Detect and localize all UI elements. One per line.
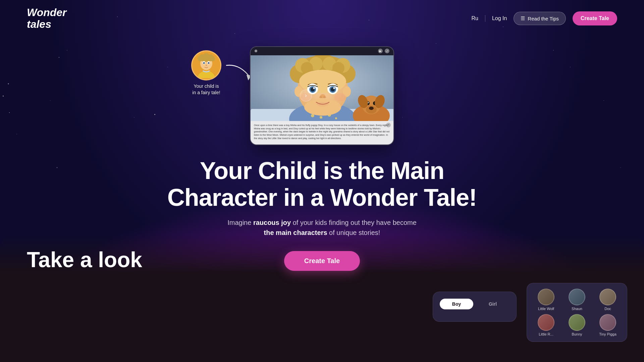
arrow-indicator (223, 62, 253, 83)
char-avatar-shaun (569, 289, 585, 305)
svg-point-50 (323, 96, 326, 98)
svg-point-26 (304, 99, 341, 116)
tips-icon: ☰ (521, 15, 525, 21)
char-avatar-tiny-pigga (599, 314, 616, 331)
tablet-frame: ▶ ⤢ (250, 46, 394, 145)
tablet-controls: ▶ ⤢ (378, 49, 389, 53)
nav-right: Ru Log In ☰ Read the Tips Create Tale (471, 11, 617, 25)
svg-point-7 (204, 53, 209, 58)
carousel-next-button[interactable]: › (300, 89, 312, 102)
tablet-close-btn[interactable]: ✕ (386, 123, 391, 127)
character-selector: Boy Girl (433, 292, 517, 322)
list-item[interactable]: Doc (594, 289, 622, 311)
create-tale-hero-button[interactable]: Create Tale (284, 251, 360, 271)
char-name-wolf: Little Wolf (538, 307, 554, 311)
svg-point-47 (333, 87, 335, 89)
arrow-svg (223, 62, 253, 82)
illustration-area: Your child is in a fairy tale! ‹ ▶ ⤢ (171, 44, 473, 147)
portrait-svg (251, 55, 393, 121)
read-tips-button[interactable]: ☰ Read the Tips (514, 12, 566, 25)
svg-point-53 (317, 102, 329, 107)
char-name-little-r: Little R... (539, 332, 553, 336)
nav-divider (485, 15, 485, 22)
svg-point-5 (199, 54, 204, 59)
navigation: Wonder tales Ru Log In ☰ Read the Tips C… (0, 0, 644, 37)
child-avatar-circle (191, 50, 221, 80)
list-item[interactable]: Little Wolf (532, 289, 560, 311)
tablet-top-bar: ▶ ⤢ (251, 47, 393, 55)
character-tabs: Boy Girl (440, 299, 509, 309)
characters-grid: Little Wolf Shaun Doc Little R... Bunny … (532, 289, 622, 336)
svg-point-11 (208, 62, 210, 64)
svg-point-13 (209, 62, 209, 63)
tablet-control-play[interactable]: ▶ (378, 49, 383, 53)
hero-heading: Your Child is the Main Character in a Wo… (167, 158, 477, 210)
language-switcher[interactable]: Ru (471, 15, 478, 21)
child-portrait (251, 55, 393, 121)
list-item[interactable]: Bunny (563, 314, 591, 336)
list-item[interactable]: Tiny Pigga (594, 314, 622, 336)
svg-point-52 (334, 93, 346, 101)
char-name-shaun: Shaun (572, 307, 582, 311)
tab-boy[interactable]: Boy (440, 299, 473, 309)
create-tale-nav-button[interactable]: Create Tale (573, 11, 617, 25)
svg-point-49 (319, 96, 322, 98)
svg-point-14 (206, 65, 207, 66)
hero-subtext: Imagine raucous joy of your kids finding… (227, 218, 417, 238)
login-link[interactable]: Log In (492, 15, 507, 21)
svg-point-21 (320, 116, 322, 119)
svg-point-23 (335, 117, 337, 119)
main-content: Your child is in a fairy tale! ‹ ▶ ⤢ (0, 37, 644, 270)
tablet-dot (255, 50, 257, 52)
char-avatar-doc (599, 289, 616, 305)
tablet-control-expand[interactable]: ⤢ (385, 49, 389, 53)
tablet-text-area: Once upon a time there was a boy Misha a… (251, 121, 393, 144)
svg-point-46 (313, 87, 315, 89)
tab-girl[interactable]: Girl (476, 299, 509, 309)
child-avatar-label: Your child is in a fairy tale! (192, 83, 220, 95)
svg-point-6 (208, 54, 213, 59)
tablet-image-area (251, 55, 393, 121)
list-item[interactable]: Shaun (563, 289, 591, 311)
child-avatar-svg (192, 51, 220, 79)
logo[interactable]: Wonder tales (27, 7, 67, 30)
tips-label: Read the Tips (528, 16, 559, 21)
char-avatar-wolf (538, 289, 554, 305)
svg-point-12 (204, 62, 205, 63)
char-name-bunny: Bunny (572, 332, 582, 336)
char-avatar-bunny (569, 314, 585, 331)
list-item[interactable]: Little R... (532, 314, 560, 336)
char-name-doc: Doc (604, 307, 611, 311)
svg-point-62 (369, 107, 374, 110)
char-avatar-little-r (538, 314, 554, 331)
tablet-story-text: Once upon a time there was a boy Misha a… (254, 124, 390, 140)
char-name-tiny-pigga: Tiny Pigga (599, 332, 616, 336)
characters-panel: Little Wolf Shaun Doc Little R... Bunny … (527, 283, 627, 342)
svg-point-10 (203, 62, 205, 64)
child-avatar-area: Your child is in a fairy tale! (191, 50, 221, 95)
